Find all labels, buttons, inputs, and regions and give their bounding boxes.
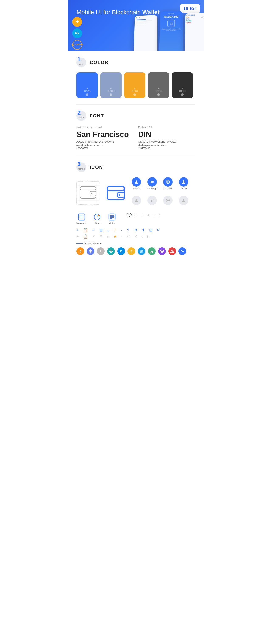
ark-icon: [148, 248, 156, 255]
nav-icons-group: Assets Exchange Discover: [132, 177, 188, 208]
icon-section-title: ICON: [90, 164, 103, 170]
svg-point-18: [167, 200, 168, 201]
plus-icon: +: [76, 228, 79, 232]
nav-assets: Assets: [132, 177, 141, 190]
bottom-icons-row: Mangment History: [76, 213, 196, 224]
waves-icon: [138, 248, 145, 255]
back-icon: ‹: [121, 228, 122, 232]
din-numbers: 1234567890: [138, 147, 196, 150]
back-icon-gray: ‹: [121, 234, 122, 239]
profile-label: Profile: [180, 188, 186, 190]
exchange-label: Exchange: [148, 188, 157, 190]
wallet-wireframe-container: [76, 181, 100, 205]
swatch-dot: [86, 93, 88, 96]
svg-rect-22: [80, 217, 84, 217]
assets-label: Assets: [133, 188, 140, 190]
svg-rect-28: [110, 216, 114, 217]
nav-icons-blue-row: Assets Exchange Discover: [132, 177, 188, 190]
list-edit-icon: 📋: [83, 228, 88, 232]
din-meta: Medium · Bold: [138, 126, 196, 128]
zcash-icon: Z: [128, 248, 135, 255]
order-label: Order: [109, 222, 115, 224]
blockchain-line: [76, 243, 83, 244]
nav-exchange: Exchange: [148, 177, 157, 190]
color-section-header: 1 ONE COLOR: [76, 58, 196, 68]
sf-numbers: 1234567890: [76, 147, 134, 150]
svg-point-25: [98, 215, 100, 216]
screens-sublabel: Screens: [76, 44, 83, 46]
svg-rect-21: [78, 216, 85, 216]
stratis-icon: [107, 248, 115, 255]
screens-badge: 60+ Screens: [72, 40, 82, 50]
wallet-wireframe-svg: [78, 184, 99, 202]
sf-lowercase: abcdefghijklmnopqrstuvwxyz: [76, 144, 134, 146]
sketch-icon: ✦: [75, 19, 79, 25]
exchange-icon-blue: [148, 177, 157, 186]
svg-rect-5: [80, 186, 96, 190]
nav-profile: Profile: [179, 177, 188, 190]
layers-icon: ☰: [134, 213, 138, 218]
ui-icons-gray-row: + 📋 ✓ ⊞ ⌕ ★ ‹ ⇄ ✕ › ℹ: [76, 234, 196, 239]
din-lowercase: abcdefghijklmnopqrstuvwxyz: [138, 144, 196, 146]
crypto-coins-row: ₿ Ł D Z: [76, 248, 196, 255]
section-number-1: 1 ONE: [76, 58, 86, 68]
mangment-icon: [77, 213, 86, 221]
sf-meta: Regular · Medium · Bold: [76, 126, 134, 128]
svg-point-7: [91, 193, 92, 194]
sf-uppercase: ABCDEFGHIJKLMNOPQRSTUVWXYZ: [76, 141, 134, 143]
svg-marker-34: [110, 250, 112, 252]
check-icon: ✓: [92, 228, 95, 232]
assets-icon-gray: [132, 196, 141, 205]
nav-profile-gray: [179, 196, 188, 205]
svg-rect-4: [80, 186, 96, 198]
dash-icon: D: [117, 248, 125, 255]
star-icon-filled: ★: [114, 234, 117, 239]
icon-section: 3 THREE ICON: [68, 156, 204, 262]
ui-kit-badge: UI Kit: [180, 4, 200, 13]
nav-icons-gray-row: [132, 196, 188, 205]
color-swatch-orange: # F5A623: [124, 72, 145, 98]
qr-icon-gray: ⊞: [100, 234, 103, 239]
profile-icon-blue: [179, 177, 188, 186]
svg-point-15: [183, 180, 184, 182]
exchange-icon-gray: [148, 196, 157, 205]
font-section: 2 TWO FONT Regular · Medium · Bold San F…: [68, 104, 204, 156]
order-icon-item: Order: [108, 213, 116, 224]
phone-mock-1: Profile: [134, 15, 157, 51]
din-name: DIN: [138, 130, 196, 139]
phone-mock-2: myWallet $6,297,502 ◻ Character may be m…: [159, 11, 183, 51]
font-section-title: FONT: [90, 113, 104, 118]
phone-mockups: Profile myWallet $6,297,502 ◻ Character …: [134, 15, 204, 51]
svg-marker-16: [135, 199, 138, 202]
svg-point-37: [142, 250, 143, 250]
comment-icon: ▭: [152, 213, 156, 218]
svg-point-11: [118, 194, 120, 196]
nav-exchange-gray: [148, 196, 157, 205]
color-swatches-container: # 3574FA # 8DA0C8 # F5A623 # 666666 # 30…: [76, 72, 196, 98]
blockchain-text: BlockChain Icon: [84, 242, 102, 245]
svg-marker-47: [171, 251, 173, 252]
avax-icon: [168, 248, 176, 255]
search-icon: ⌕: [107, 228, 109, 232]
bitcoin-icon: ₿: [76, 248, 84, 255]
chat-icon: 💬: [127, 213, 132, 218]
mangment-icon-item: Mangment: [76, 213, 86, 224]
tool-badges: ✦ Ps 60+ Screens: [72, 17, 82, 50]
svg-point-38: [140, 251, 141, 252]
nav-assets-gray: [132, 196, 141, 205]
svg-point-36: [141, 250, 142, 250]
sketch-badge: ✦: [72, 17, 82, 27]
info-icon-gray: ℹ: [147, 234, 148, 239]
color-section: 1 ONE COLOR # 3574FA # 8DA0C8 # F5A623 #…: [68, 51, 204, 104]
svg-rect-29: [110, 218, 114, 218]
swatch-dot: [157, 93, 160, 96]
band-icon: [178, 248, 186, 255]
close-icon: ✕: [156, 228, 160, 232]
history-icon: [93, 213, 101, 221]
star-icon: ☆: [114, 228, 117, 232]
color-section-title: COLOR: [90, 60, 108, 65]
font-grid: Regular · Medium · Bold San Francisco AB…: [76, 126, 196, 150]
font-sf: Regular · Medium · Bold San Francisco AB…: [76, 126, 134, 150]
nav-discover-gray: [163, 196, 172, 205]
ps-icon: Ps: [75, 32, 79, 35]
